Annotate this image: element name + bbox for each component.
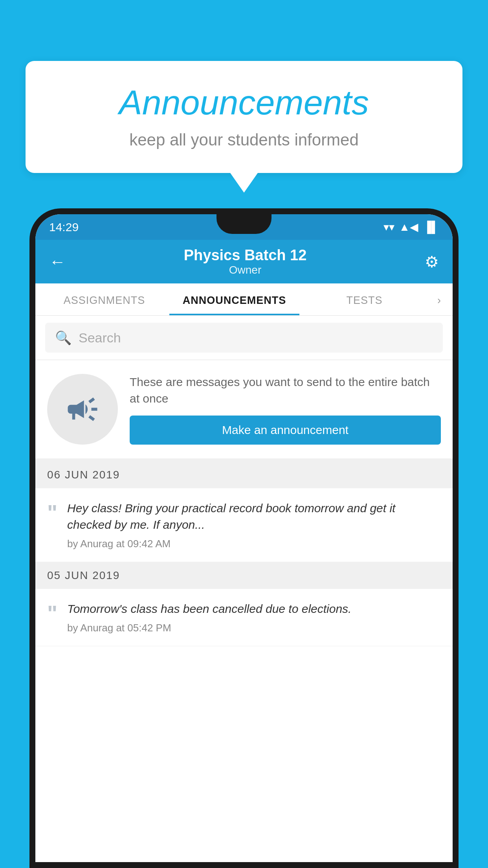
promo-section: These are messages you want to send to t… <box>35 360 453 462</box>
promo-icon-circle <box>47 374 118 445</box>
search-bar[interactable]: 🔍 Search <box>45 323 443 353</box>
speech-bubble-card: Announcements keep all your students inf… <box>26 61 462 173</box>
tab-tests[interactable]: TESTS <box>299 283 429 315</box>
quote-icon-1: " <box>47 502 57 524</box>
status-icons: ▾▾ ▲◀ ▐▌ <box>383 221 439 234</box>
phone-container: 14:29 ▾▾ ▲◀ ▐▌ ← Physics Batch 12 Owner … <box>29 208 459 868</box>
megaphone-icon <box>65 392 100 427</box>
phone-screen: 14:29 ▾▾ ▲◀ ▐▌ ← Physics Batch 12 Owner … <box>35 214 453 862</box>
announcement-meta-1: by Anurag at 09:42 AM <box>67 538 441 550</box>
announcement-item-1[interactable]: " Hey class! Bring your practical record… <box>35 488 453 562</box>
announcement-text-1: Hey class! Bring your practical record b… <box>67 500 441 533</box>
announcement-item-2[interactable]: " Tomorrow's class has been cancelled du… <box>35 589 453 646</box>
batch-title: Physics Batch 12 <box>184 247 307 264</box>
speech-bubble-section: Announcements keep all your students inf… <box>26 61 462 193</box>
tab-more-icon[interactable]: › <box>429 283 449 315</box>
announcements-title: Announcements <box>49 83 439 123</box>
wifi-icon: ▾▾ <box>383 221 394 234</box>
promo-description: These are messages you want to send to t… <box>130 374 441 407</box>
date-label-2: 05 JUN 2019 <box>47 569 120 582</box>
battery-icon: ▐▌ <box>423 221 439 234</box>
quote-icon-2: " <box>47 603 57 624</box>
date-label-1: 06 JUN 2019 <box>47 469 120 481</box>
announcement-content-2: Tomorrow's class has been cancelled due … <box>67 601 441 634</box>
status-time: 14:29 <box>49 221 79 234</box>
back-button[interactable]: ← <box>49 252 66 271</box>
tabs-bar: ASSIGNMENTS ANNOUNCEMENTS TESTS › <box>35 283 453 316</box>
search-icon: 🔍 <box>55 330 72 346</box>
make-announcement-button[interactable]: Make an announcement <box>130 416 441 445</box>
announcement-content-1: Hey class! Bring your practical record b… <box>67 500 441 550</box>
announcement-text-2: Tomorrow's class has been cancelled due … <box>67 601 441 617</box>
date-header-2: 05 JUN 2019 <box>35 562 453 589</box>
status-bar: 14:29 ▾▾ ▲◀ ▐▌ <box>35 214 453 240</box>
promo-content: These are messages you want to send to t… <box>130 374 441 445</box>
tab-announcements[interactable]: ANNOUNCEMENTS <box>169 283 299 315</box>
app-header: ← Physics Batch 12 Owner ⚙ <box>35 240 453 283</box>
date-header-1: 06 JUN 2019 <box>35 462 453 488</box>
announcements-subtitle: keep all your students informed <box>49 131 439 149</box>
phone-frame: 14:29 ▾▾ ▲◀ ▐▌ ← Physics Batch 12 Owner … <box>29 208 459 868</box>
tab-assignments[interactable]: ASSIGNMENTS <box>39 283 169 315</box>
settings-icon[interactable]: ⚙ <box>425 253 439 271</box>
batch-subtitle: Owner <box>184 264 307 276</box>
signal-icon: ▲◀ <box>399 221 419 234</box>
announcement-meta-2: by Anurag at 05:42 PM <box>67 622 441 634</box>
speech-bubble-arrow <box>230 173 258 193</box>
search-container: 🔍 Search <box>35 316 453 360</box>
header-title-group: Physics Batch 12 Owner <box>184 247 307 276</box>
notch <box>216 214 272 234</box>
search-input[interactable]: Search <box>79 330 121 346</box>
